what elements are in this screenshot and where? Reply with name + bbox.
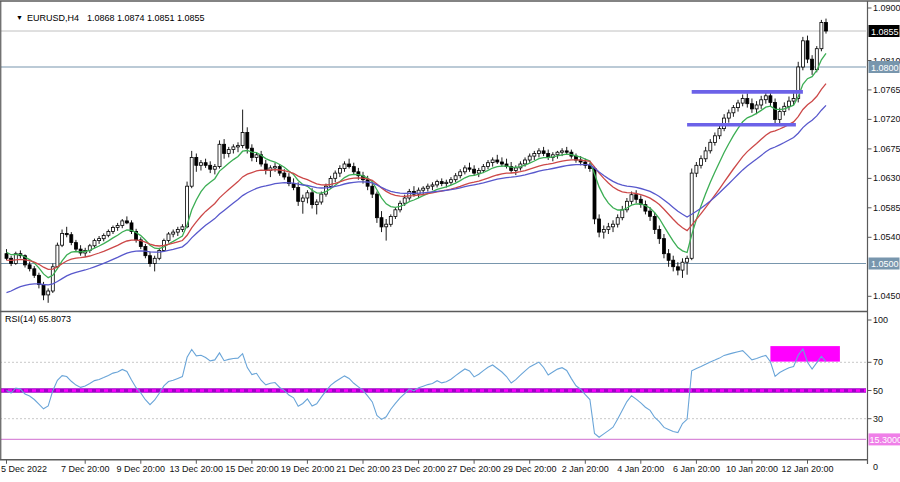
- ma-20-line: [7, 84, 827, 270]
- time-tick-label: 21 Dec 20:00: [336, 464, 390, 474]
- time-tick-label: 5 Dec 2022: [1, 464, 47, 474]
- price-tick-label: 1.0450: [873, 291, 900, 301]
- time-tick-label: 13 Dec 20:00: [170, 464, 224, 474]
- collapse-icon[interactable]: ▼: [16, 14, 23, 21]
- price-axis[interactable]: 1.09001.08101.07651.07201.06751.06301.05…: [868, 3, 900, 472]
- ma-8-line: [7, 53, 827, 277]
- main-price-pane[interactable]: [0, 19, 868, 303]
- price-tick-label: 1.0675: [873, 144, 900, 154]
- price-tick-label: 1.0720: [873, 114, 900, 124]
- time-tick-label: 29 Dec 20:00: [503, 464, 557, 474]
- time-tick-label: 9 Dec 20:00: [117, 464, 166, 474]
- rsi-tick-label: 100: [873, 315, 888, 325]
- chart-window: ▼EURUSD,H41.0868 1.0874 1.0851 1.0855 RS…: [0, 0, 900, 482]
- price-tick-label: 1.0630: [873, 173, 900, 183]
- time-tick-label: 15 Dec 20:00: [225, 464, 279, 474]
- time-tick-label: 12 Jan 20:00: [781, 464, 833, 474]
- rsi-indicator-label: RSI(14) 65.8073: [5, 314, 71, 324]
- price-badge-label: 1.0500: [871, 259, 899, 269]
- time-tick-label: 27 Dec 20:00: [447, 464, 501, 474]
- symbol-period-label: EURUSD,H4: [27, 13, 79, 23]
- price-tick-label: 1.0540: [873, 232, 900, 242]
- time-axis[interactable]: 5 Dec 20227 Dec 20:009 Dec 20:0013 Dec 2…: [1, 460, 834, 474]
- rsi-low-badge-label: 15.3000: [870, 435, 900, 445]
- time-tick-label: 19 Dec 20:00: [281, 464, 335, 474]
- rsi-tick-label: 30: [873, 414, 883, 424]
- price-badge-label: 1.0800: [871, 63, 899, 73]
- time-tick-label: 7 Dec 20:00: [61, 464, 110, 474]
- chart-title: ▼EURUSD,H41.0868 1.0874 1.0851 1.0855: [6, 3, 205, 33]
- time-tick-label: 10 Jan 20:00: [726, 464, 778, 474]
- time-tick-label: 2 Jan 20:00: [562, 464, 609, 474]
- price-tick-label: 1.0765: [873, 85, 900, 95]
- time-tick-label: 23 Dec 20:00: [392, 464, 446, 474]
- price-tick-label: 1.0900: [873, 3, 900, 13]
- time-tick-label: 6 Jan 20:00: [673, 464, 720, 474]
- rsi-tick-label: 70: [873, 357, 883, 367]
- rsi-tick-label: 50: [873, 386, 883, 396]
- rsi-pane[interactable]: [0, 346, 868, 439]
- price-badge-label: 1.0855: [871, 27, 899, 37]
- price-tick-label: 1.0585: [873, 203, 900, 213]
- time-tick-label: 4 Jan 20:00: [617, 464, 664, 474]
- candles: [5, 19, 828, 303]
- ohlc-values: 1.0868 1.0874 1.0851 1.0855: [87, 13, 205, 23]
- rsi-tick-label: 0: [873, 462, 878, 472]
